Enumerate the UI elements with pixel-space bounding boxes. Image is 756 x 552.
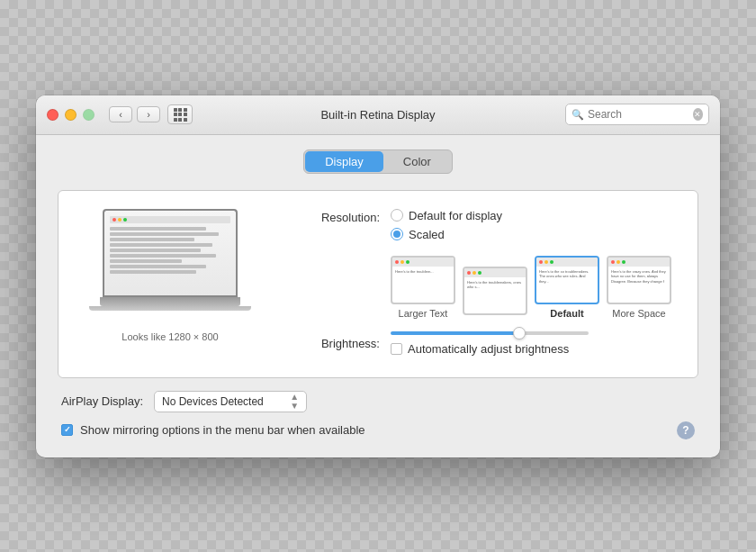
- nav-buttons: ‹ ›: [109, 106, 160, 122]
- screen-content: [104, 211, 236, 295]
- checkmark-icon: ✓: [64, 426, 71, 434]
- help-button[interactable]: ?: [677, 421, 695, 439]
- minimize-button[interactable]: [65, 109, 76, 121]
- titlebar: ‹ › Built-in Retina Display 🔍 ✕: [36, 95, 720, 135]
- main-panel: Looks like 1280 × 800 Resolution: Defaul…: [58, 190, 698, 378]
- thumb-titlebar-default: [536, 258, 598, 267]
- search-bar[interactable]: 🔍 ✕: [565, 104, 709, 125]
- thumb-text-mid1: Here's to the troublemakers, ones who s.…: [464, 277, 526, 313]
- screen-menubar: [110, 216, 230, 223]
- thumb-box-larger[interactable]: Here's to the troublem...: [391, 256, 455, 304]
- grid-view-button[interactable]: [167, 104, 193, 124]
- default-option-label: Default for display: [409, 209, 502, 222]
- thumb-titlebar-more: [608, 258, 670, 267]
- laptop-preview-area: Looks like 1280 × 800: [80, 209, 260, 342]
- brightness-slider-track[interactable]: [391, 331, 589, 335]
- thumb-mid1[interactable]: Here's to the troublemakers, ones who s.…: [463, 267, 527, 319]
- brightness-row: Brightness: Automatically adjust brightn…: [285, 331, 676, 356]
- brightness-field-label: Brightness:: [285, 337, 380, 350]
- scaled-option[interactable]: Scaled: [391, 228, 671, 241]
- scaled-option-label: Scaled: [409, 228, 445, 241]
- thumb-titlebar: [392, 258, 454, 267]
- resolution-field-label: Resolution:: [285, 209, 380, 224]
- tab-display[interactable]: Display: [305, 151, 383, 172]
- maximize-button[interactable]: [83, 109, 94, 121]
- auto-brightness-label: Automatically adjust brightness: [408, 342, 569, 356]
- tab-group: Display Color: [303, 149, 453, 174]
- tab-bar: Display Color: [58, 149, 698, 174]
- radio-selected-indicator: [393, 231, 400, 238]
- laptop-bottom-edge: [89, 306, 251, 311]
- laptop-base: [100, 297, 240, 306]
- window-title: Built-in Retina Display: [320, 108, 435, 122]
- resolution-options: Default for display Scaled: [391, 209, 671, 319]
- mirroring-checkbox[interactable]: ✓: [61, 424, 73, 436]
- default-for-display-option[interactable]: Default for display: [391, 209, 671, 222]
- default-radio[interactable]: [391, 209, 403, 222]
- scaled-radio[interactable]: [391, 228, 403, 240]
- screen-min-dot: [118, 218, 122, 222]
- forward-icon: ›: [147, 109, 150, 120]
- resolution-section: Resolution: Default for display Scaled: [285, 209, 676, 356]
- thumb-box-mid1[interactable]: Here's to the troublemakers, ones who s.…: [463, 267, 527, 315]
- close-button[interactable]: [47, 109, 58, 121]
- traffic-lights: [47, 109, 94, 121]
- mirroring-label: Show mirroring options in the menu bar w…: [80, 423, 365, 437]
- thumb-default-label: Default: [550, 308, 583, 319]
- resolution-thumbnails: Here's to the troublem... Larger Text: [391, 256, 671, 319]
- search-icon: 🔍: [572, 109, 584, 121]
- thumb-default[interactable]: Here's to the co troublemakers. The ones…: [535, 256, 599, 319]
- brightness-controls: Automatically adjust brightness: [391, 331, 589, 356]
- thumb-text-more: Here's to the crazy ones. And they have …: [608, 267, 670, 303]
- laptop-image: [86, 209, 254, 324]
- resolution-row: Resolution: Default for display Scaled: [285, 209, 676, 319]
- thumb-text: Here's to the troublem...: [392, 267, 454, 303]
- airplay-dropdown[interactable]: No Devices Detected ▲ ▼: [154, 391, 307, 412]
- thumb-more-space[interactable]: Here's to the crazy ones. And they have …: [607, 256, 671, 319]
- back-button[interactable]: ‹: [109, 106, 132, 122]
- clear-search-button[interactable]: ✕: [693, 108, 703, 121]
- thumb-box-default[interactable]: Here's to the co troublemakers. The ones…: [535, 256, 599, 304]
- search-input[interactable]: [588, 108, 693, 121]
- auto-brightness-checkbox[interactable]: [391, 343, 402, 355]
- thumb-titlebar-mid1: [464, 268, 526, 277]
- tab-color[interactable]: Color: [383, 151, 451, 172]
- screen-close-dot: [112, 218, 116, 222]
- system-preferences-window: ‹ › Built-in Retina Display 🔍 ✕ Display: [36, 95, 720, 457]
- screen-text-lines: [110, 227, 230, 274]
- laptop-screen: [103, 209, 238, 297]
- auto-brightness-option[interactable]: Automatically adjust brightness: [391, 342, 589, 356]
- thumb-larger-text-label: Larger Text: [399, 308, 448, 319]
- thumb-larger-text[interactable]: Here's to the troublem... Larger Text: [391, 256, 455, 319]
- dropdown-arrows-icon: ▲ ▼: [290, 393, 299, 411]
- thumb-box-more[interactable]: Here's to the crazy ones. And they have …: [607, 256, 671, 304]
- airplay-dropdown-value: No Devices Detected: [162, 395, 264, 408]
- forward-button[interactable]: ›: [137, 106, 160, 122]
- screen-max-dot: [123, 218, 127, 222]
- thumb-more-space-label: More Space: [612, 308, 665, 319]
- display-section: Looks like 1280 × 800 Resolution: Defaul…: [80, 209, 676, 356]
- airplay-field-label: AirPlay Display:: [61, 394, 143, 408]
- back-icon: ‹: [119, 109, 122, 120]
- resolution-label: Looks like 1280 × 800: [122, 331, 218, 342]
- mirroring-row: ✓ Show mirroring options in the menu bar…: [58, 421, 698, 439]
- content-area: Display Color: [36, 135, 720, 457]
- grid-icon: [174, 108, 187, 122]
- airplay-section: AirPlay Display: No Devices Detected ▲ ▼: [58, 391, 698, 412]
- thumb-text-default: Here's to the co troublemakers. The ones…: [536, 267, 598, 303]
- brightness-slider-thumb[interactable]: [513, 327, 526, 339]
